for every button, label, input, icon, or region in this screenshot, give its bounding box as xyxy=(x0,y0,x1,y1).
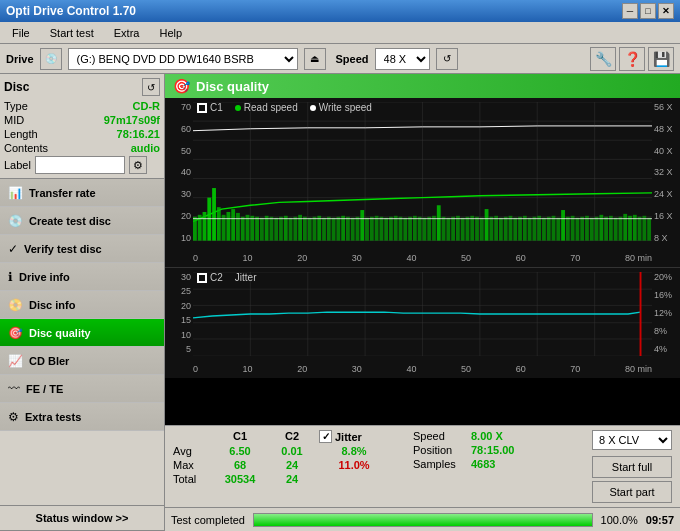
disc-quality-header: 🎯 Disc quality xyxy=(165,74,680,98)
svg-rect-38 xyxy=(303,217,307,241)
start-part-button[interactable]: Start part xyxy=(592,481,672,503)
svg-rect-93 xyxy=(566,217,570,241)
svg-rect-67 xyxy=(442,217,446,241)
svg-rect-80 xyxy=(504,217,508,241)
svg-rect-17 xyxy=(203,212,207,241)
chart-container: C1 Read speed Write speed 70 60 50 xyxy=(165,98,680,425)
svg-rect-92 xyxy=(561,210,565,241)
svg-rect-104 xyxy=(619,217,623,241)
svg-rect-63 xyxy=(423,218,427,241)
position-label: Position xyxy=(413,444,465,456)
stats-empty-header xyxy=(173,430,213,443)
svg-rect-108 xyxy=(638,217,642,241)
info-button[interactable]: ❓ xyxy=(619,47,645,71)
svg-rect-59 xyxy=(403,218,407,241)
jitter-checkbox[interactable]: ✓ xyxy=(319,430,332,443)
mid-value: 97m17s09f xyxy=(104,114,160,126)
type-value: CD-R xyxy=(133,100,161,112)
speed-value: 8.00 X xyxy=(471,430,503,442)
svg-rect-24 xyxy=(236,213,240,241)
menu-extra[interactable]: Extra xyxy=(106,25,148,41)
svg-rect-85 xyxy=(528,218,532,241)
svg-rect-94 xyxy=(571,216,575,241)
svg-rect-48 xyxy=(351,218,355,241)
avg-jitter: 8.8% xyxy=(319,445,389,457)
status-window-button[interactable]: Status window >> xyxy=(0,505,164,531)
nav-item-disc-quality[interactable]: 🎯 Disc quality xyxy=(0,319,164,347)
drive-info-icon: ℹ xyxy=(8,270,13,284)
svg-rect-87 xyxy=(537,216,541,241)
upper-chart-svg xyxy=(193,102,652,241)
svg-rect-83 xyxy=(518,217,522,241)
svg-rect-35 xyxy=(289,218,293,241)
disc-info-icon: 📀 xyxy=(8,298,23,312)
type-label: Type xyxy=(4,100,28,112)
upper-y-axis-left: 70 60 50 40 30 20 10 xyxy=(165,98,193,247)
svg-rect-84 xyxy=(523,216,527,241)
sidebar: Disc ↺ Type CD-R MID 97m17s09f Length 78… xyxy=(0,74,165,531)
nav-item-create-test-disc[interactable]: 💿 Create test disc xyxy=(0,207,164,235)
svg-rect-25 xyxy=(241,217,245,241)
nav-items: 📊 Transfer rate 💿 Create test disc ✓ Ver… xyxy=(0,179,164,505)
transfer-rate-icon: 📊 xyxy=(8,186,23,200)
svg-rect-102 xyxy=(609,216,613,241)
nav-item-extra-tests[interactable]: ⚙ Extra tests xyxy=(0,403,164,431)
window-controls: ─ □ ✕ xyxy=(622,3,674,19)
jitter-legend-label: Jitter xyxy=(235,272,257,283)
svg-rect-101 xyxy=(604,217,608,241)
disc-refresh-button[interactable]: ↺ xyxy=(142,78,160,96)
svg-rect-60 xyxy=(408,217,412,241)
lower-chart-svg xyxy=(193,272,652,356)
svg-rect-36 xyxy=(293,217,297,241)
nav-item-transfer-rate[interactable]: 📊 Transfer rate xyxy=(0,179,164,207)
label-input[interactable] xyxy=(35,156,125,174)
nav-item-fe-te[interactable]: 〰 FE / TE xyxy=(0,375,164,403)
svg-rect-73 xyxy=(470,216,474,241)
legend-read: Read speed xyxy=(235,102,298,113)
avg-c2: 0.01 xyxy=(267,445,317,457)
start-full-button[interactable]: Start full xyxy=(592,456,672,478)
svg-rect-71 xyxy=(461,218,465,241)
svg-rect-105 xyxy=(623,214,627,241)
cd-bler-icon: 📈 xyxy=(8,354,23,368)
refresh-button[interactable]: ↺ xyxy=(436,48,458,70)
label-icon-button[interactable]: ⚙ xyxy=(129,156,147,174)
length-value: 78:16.21 xyxy=(117,128,160,140)
right-info: Speed 8.00 X Position 78:15.00 Samples 4… xyxy=(413,430,514,470)
speed-row: Speed 8.00 X xyxy=(413,430,514,442)
avg-label: Avg xyxy=(173,445,213,457)
svg-rect-28 xyxy=(255,217,259,241)
progress-bar-area: Test completed 100.0% 09:57 xyxy=(165,507,680,531)
maximize-button[interactable]: □ xyxy=(640,3,656,19)
menu-help[interactable]: Help xyxy=(151,25,190,41)
svg-rect-54 xyxy=(379,217,383,241)
svg-rect-18 xyxy=(207,198,211,241)
svg-rect-27 xyxy=(250,216,254,241)
eject-button[interactable]: ⏏ xyxy=(304,48,326,70)
menu-file[interactable]: File xyxy=(4,25,38,41)
drive-select[interactable]: (G:) BENQ DVD DD DW1640 BSRB xyxy=(68,48,298,70)
right-panel: 🎯 Disc quality C1 Read speed xyxy=(165,74,680,531)
svg-rect-47 xyxy=(346,217,350,241)
speed-select[interactable]: 48 X Max 8 X xyxy=(375,48,430,70)
svg-rect-74 xyxy=(475,217,479,241)
speed-clv-select[interactable]: 8 X CLV xyxy=(592,430,672,450)
minimize-button[interactable]: ─ xyxy=(622,3,638,19)
save-button[interactable]: 💾 xyxy=(648,47,674,71)
nav-item-cd-bler[interactable]: 📈 CD Bler xyxy=(0,347,164,375)
settings-button[interactable]: 🔧 xyxy=(590,47,616,71)
svg-rect-19 xyxy=(212,188,216,241)
close-button[interactable]: ✕ xyxy=(658,3,674,19)
menu-start-test[interactable]: Start test xyxy=(42,25,102,41)
progress-bar-inner xyxy=(254,514,592,526)
svg-rect-46 xyxy=(341,216,345,241)
nav-item-verify-test-disc[interactable]: ✓ Verify test disc xyxy=(0,235,164,263)
svg-rect-81 xyxy=(509,216,513,241)
position-row: Position 78:15.00 xyxy=(413,444,514,456)
svg-rect-51 xyxy=(365,218,369,241)
nav-item-disc-info[interactable]: 📀 Disc info xyxy=(0,291,164,319)
time-display: 09:57 xyxy=(646,514,674,526)
svg-rect-76 xyxy=(485,209,489,241)
nav-item-drive-info[interactable]: ℹ Drive info xyxy=(0,263,164,291)
c1-legend-dot xyxy=(197,103,207,113)
